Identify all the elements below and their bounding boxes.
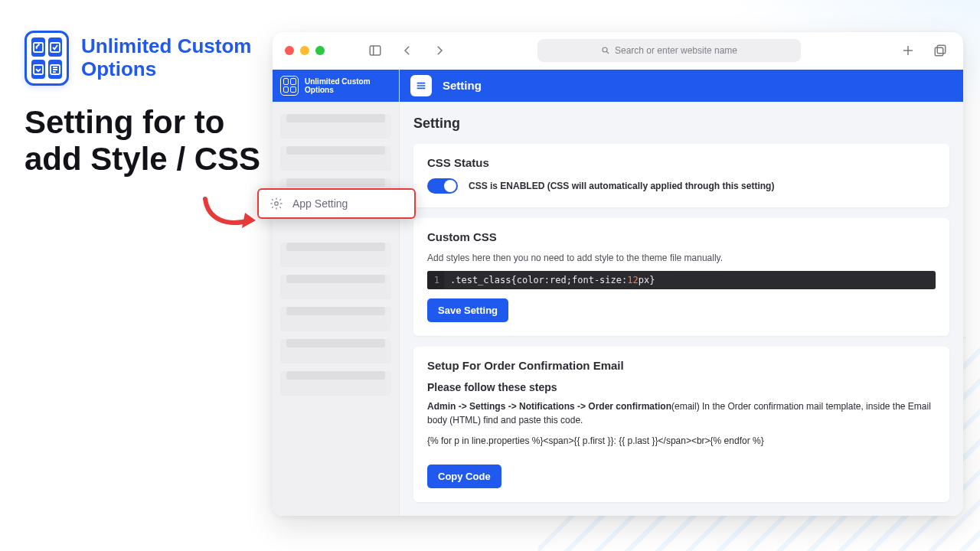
topbar: Setting — [400, 70, 963, 102]
gear-icon — [270, 197, 283, 210]
url-placeholder: Search or enter website name — [615, 45, 737, 56]
url-bar[interactable]: Search or enter website name — [537, 39, 801, 62]
tabs-icon[interactable] — [929, 40, 951, 61]
brand-logo-icon — [280, 76, 299, 96]
nav-forward-icon[interactable] — [429, 40, 450, 61]
css-code-editor[interactable]: 1 .test_class{color:red;font-size:12px} — [427, 271, 936, 289]
sidebar-item-placeholder — [280, 275, 391, 299]
sidebar-item-placeholder — [280, 307, 391, 331]
card-title: CSS Status — [427, 156, 936, 169]
copy-code-button[interactable]: Copy Code — [427, 465, 501, 488]
svg-rect-2 — [34, 65, 43, 74]
custom-css-card: Custom CSS Add styles here then you no n… — [413, 218, 949, 336]
svg-rect-8 — [935, 48, 943, 57]
svg-rect-7 — [937, 46, 946, 54]
sidebar-item-label: App Setting — [292, 197, 348, 210]
code-gutter: 1 — [427, 271, 444, 289]
sidebar-item-placeholder — [280, 371, 391, 396]
sidebar-item-placeholder — [280, 339, 391, 364]
promo-panel: Unlimited Custom Options Setting for to … — [24, 31, 262, 178]
sidebar-item-app-setting[interactable]: App Setting — [257, 188, 416, 219]
sidebar-brand-label: Unlimited Custom Options — [305, 77, 391, 94]
sidebar-menu — [273, 102, 399, 516]
minimize-icon[interactable] — [300, 46, 309, 55]
svg-rect-5 — [370, 46, 381, 55]
setup-path-bold: Admin -> Settings -> Notifications -> Or… — [427, 401, 671, 412]
sidebar-brand: Unlimited Custom Options — [273, 70, 399, 102]
sidebar-toggle-icon[interactable] — [364, 40, 386, 61]
card-title: Custom CSS — [427, 230, 936, 243]
app-frame: Unlimited Custom Options Setting Setting — [273, 70, 963, 516]
browser-window: Search or enter website name Unlimited C… — [273, 32, 963, 516]
steps-heading: Please follow these steps — [427, 381, 936, 393]
close-icon[interactable] — [285, 46, 294, 55]
svg-point-4 — [275, 202, 279, 206]
sidebar-item-placeholder — [280, 146, 391, 171]
arrow-icon — [201, 194, 263, 237]
maximize-icon[interactable] — [315, 46, 325, 55]
sidebar: Unlimited Custom Options — [273, 70, 400, 516]
svg-point-6 — [603, 47, 607, 52]
promo-heading: Setting for to add Style / CSS — [24, 104, 262, 178]
promo-logo-icon — [24, 31, 69, 86]
css-status-card: CSS Status CSS is ENABLED (CSS will auto… — [413, 144, 949, 207]
new-tab-icon[interactable] — [897, 40, 919, 61]
menu-toggle-button[interactable] — [410, 75, 432, 96]
sidebar-item-placeholder — [280, 114, 391, 139]
search-icon — [601, 46, 610, 55]
save-setting-button[interactable]: Save Setting — [427, 298, 508, 322]
page-body: Setting CSS Status CSS is ENABLED (CSS w… — [400, 102, 963, 516]
content-area: Setting Setting CSS Status CSS is ENABLE… — [400, 70, 963, 516]
css-status-prefix: CSS is — [469, 181, 500, 191]
nav-back-icon[interactable] — [397, 40, 418, 61]
page-heading: Setting — [413, 114, 949, 133]
setup-path-text: Admin -> Settings -> Notifications -> Or… — [427, 399, 936, 428]
code-line: .test_class{color:red;font-size:12px} — [444, 271, 661, 289]
promo-brand: Unlimited Custom Options — [81, 35, 262, 81]
sidebar-item-placeholder — [280, 243, 391, 267]
window-controls — [285, 46, 325, 55]
topbar-title: Setting — [443, 79, 482, 92]
card-description: Add styles here then you no need to add … — [427, 253, 936, 263]
card-title: Setup For Order Confirmation Email — [427, 359, 936, 372]
liquid-code-snippet: {% for p in line.properties %}<span>{{ p… — [427, 435, 936, 446]
css-status-toggle[interactable] — [427, 178, 458, 194]
email-setup-card: Setup For Order Confirmation Email Pleas… — [413, 347, 949, 502]
css-status-text: CSS is ENABLED (CSS will automatically a… — [469, 181, 774, 191]
css-status-bold: ENABLED (CSS will automatically applied … — [500, 181, 774, 191]
browser-titlebar: Search or enter website name — [273, 32, 963, 70]
